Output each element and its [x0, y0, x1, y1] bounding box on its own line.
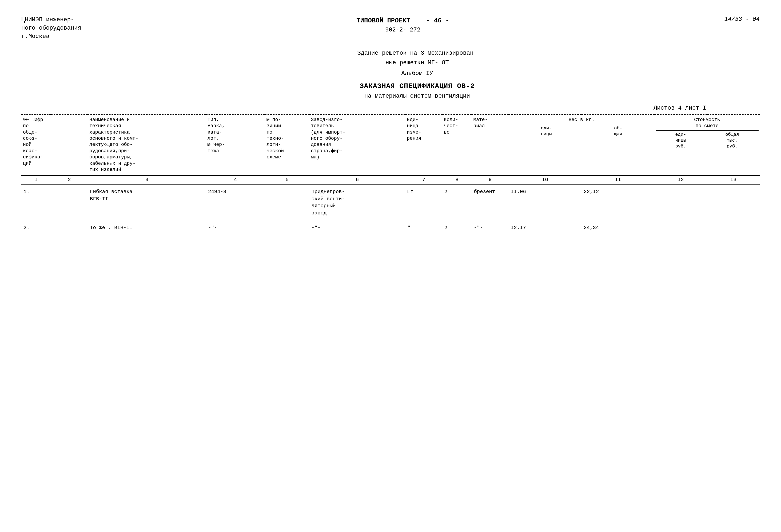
main-title: ЗАКАЗНАЯ СПЕЦИФИКАЦИЯ ОВ-2	[75, 82, 760, 90]
col-num-6: 6	[310, 175, 405, 184]
sheets-info: Листов 4 лист I	[21, 105, 706, 112]
col2-header	[51, 114, 88, 175]
org-line2: ного оборудования	[21, 24, 81, 33]
row2-weight-total: 24,34	[581, 220, 655, 235]
row1-material: брезент	[471, 184, 508, 220]
col-num-3: 3	[88, 175, 206, 184]
col-num-5: 5	[265, 175, 309, 184]
col-num-11: II	[581, 175, 655, 184]
row1-name: Гибкая вставкаВГВ-II	[88, 184, 206, 220]
col-num-8: 8	[442, 175, 472, 184]
row2-name: То же . ВIН-II	[88, 220, 206, 235]
row2-unit: "	[405, 220, 442, 235]
row2-cost-unit	[655, 220, 707, 235]
col-num-13: I3	[707, 175, 760, 184]
col3-header: Наименование итехническаяхарактеристикао…	[88, 114, 206, 175]
col9-header: Мате-риал	[471, 114, 508, 175]
col10-11-header: Вес в кг. еди-ницы об-щая	[509, 114, 655, 175]
subtitle-line1: Здание решеток на 3 механизирован-	[75, 48, 760, 58]
col-num-4: 4	[206, 175, 265, 184]
row1-cost-unit	[655, 184, 707, 220]
row1-quantity: 2	[442, 184, 472, 220]
row2-weight-unit: I2.I7	[509, 220, 582, 235]
col-num-10: IO	[509, 175, 582, 184]
row1-cipher	[51, 184, 88, 220]
col-num-9: 9	[471, 175, 508, 184]
subtitle-section: Здание решеток на 3 механизирован- ные р…	[75, 48, 760, 67]
row2-quantity: 2	[442, 220, 472, 235]
row2-type: -"-	[206, 220, 265, 235]
col7-header: Еди-ницаизме-рения	[405, 114, 442, 175]
row1-manufacturer: Приднепров-ский венти-ляторныйзавод	[310, 184, 405, 220]
row2-position	[265, 220, 309, 235]
col-num-12: I2	[655, 175, 707, 184]
table-wrapper: №№ Шифрпообще-союз-нойклас-сифика-ций На…	[21, 114, 760, 235]
row1-type: 2494-8	[206, 184, 265, 220]
title-center: ТИПОВОЙ ПРОЕКТ - 46 - 902-2- 272	[81, 16, 725, 34]
row2-cost-total	[707, 220, 760, 235]
page: ЦНИИЭП инженер- ного оборудования г.Моск…	[21, 16, 760, 235]
row1-weight-total: 22,I2	[581, 184, 655, 220]
col1-header: №№ Шифрпообще-союз-нойклас-сифика-ций	[21, 114, 51, 175]
org-line1: ЦНИИЭП инженер-	[21, 16, 81, 24]
col6-header: Завод-изго-товитель(для импорт-ного обор…	[310, 114, 405, 175]
col-num-7: 7	[405, 175, 442, 184]
col4-header: Тип,марка,ката-лог,№ чер-тежа	[206, 114, 265, 175]
row2-manufacturer: -"-	[310, 220, 405, 235]
project-number: 902-2- 272	[81, 26, 725, 34]
subtitle-line2: ные решетки МГ- 8Т	[75, 58, 760, 68]
doc-number: 14/33 - 04	[725, 16, 760, 23]
col12-13-header: Стоимостьпо смете еди-ницыруб. общаятыс.…	[655, 114, 760, 175]
project-type: ТИПОВОЙ ПРОЕКТ	[356, 16, 410, 26]
row1-weight-unit: II.06	[509, 184, 582, 220]
sub-heading: на материалы систем вентиляции	[75, 93, 760, 99]
table-row: 2. То же . ВIН-II -"- -"- " 2 -"- I2.I7 …	[21, 220, 760, 235]
row1-num: 1.	[21, 184, 51, 220]
row1-cost-total	[707, 184, 760, 220]
col5-header: № по-зициипотехно-логи-ческойсхеме	[265, 114, 309, 175]
album-title: Альбом IУ	[75, 70, 760, 77]
page-indicator: - 46 -	[426, 16, 449, 26]
row2-num: 2.	[21, 220, 51, 235]
col-num-2: 2	[51, 175, 88, 184]
table-row: 1. Гибкая вставкаВГВ-II 2494-8 Приднепро…	[21, 184, 760, 220]
row2-cipher	[51, 220, 88, 235]
col8-header: Коли-чест-во	[442, 114, 472, 175]
row1-unit: шт	[405, 184, 442, 220]
row2-material: -"-	[471, 220, 508, 235]
col-num-1: I	[21, 175, 51, 184]
header-section: ЦНИИЭП инженер- ного оборудования г.Моск…	[21, 16, 760, 41]
org-info: ЦНИИЭП инженер- ного оборудования г.Моск…	[21, 16, 81, 41]
row1-position	[265, 184, 309, 220]
org-line3: г.Москва	[21, 33, 81, 41]
